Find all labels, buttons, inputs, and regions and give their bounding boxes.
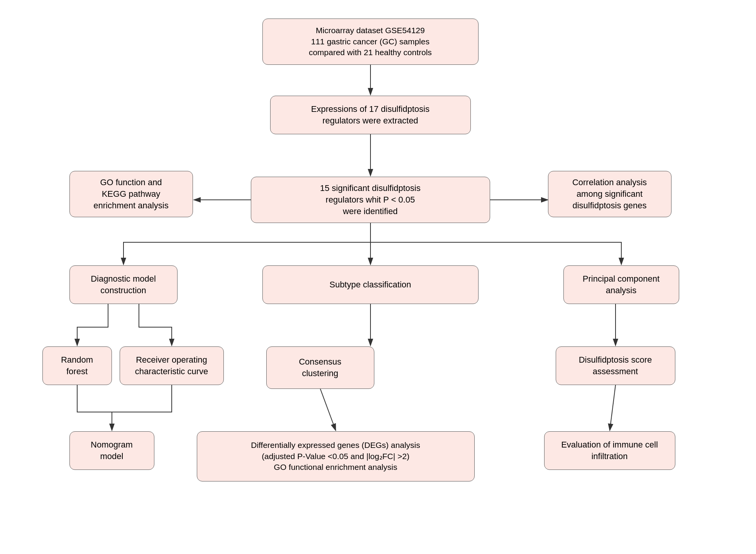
dataset-label: Microarray dataset GSE54129 111 gastric …	[309, 25, 432, 58]
flowchart: Microarray dataset GSE54129 111 gastric …	[31, 11, 726, 543]
roc-box: Receiver operating characteristic curve	[120, 346, 224, 385]
correlation-box: Correlation analysis among significant d…	[548, 171, 671, 217]
random-forest-label: Random forest	[61, 354, 93, 377]
expressions-box: Expressions of 17 disulfidptosis regulat…	[270, 96, 471, 134]
pca-label: Principal component analysis	[583, 273, 660, 296]
significant-label: 15 significant disulfidptosis regulators…	[320, 182, 420, 217]
subtype-label: Subtype classification	[330, 279, 411, 291]
correlation-label: Correlation analysis among significant d…	[572, 177, 647, 211]
nomogram-label: Nomogram model	[91, 439, 133, 462]
consensus-label: Consensus clustering	[299, 356, 341, 379]
expressions-label: Expressions of 17 disulfidptosis regulat…	[311, 103, 430, 126]
consensus-box: Consensus clustering	[266, 346, 374, 389]
subtype-box: Subtype classification	[262, 265, 479, 304]
random-forest-box: Random forest	[42, 346, 112, 385]
svg-line-8	[610, 385, 616, 431]
dataset-box: Microarray dataset GSE54129 111 gastric …	[262, 19, 479, 65]
degs-box: Differentially expressed genes (DEGs) an…	[197, 431, 475, 481]
go-kegg-label: GO function and KEGG pathway enrichment …	[93, 177, 168, 211]
go-kegg-box: GO function and KEGG pathway enrichment …	[69, 171, 193, 217]
svg-line-7	[320, 389, 336, 431]
immune-box: Evaluation of immune cell infiltration	[544, 431, 675, 470]
roc-label: Receiver operating characteristic curve	[135, 354, 208, 377]
pca-box: Principal component analysis	[563, 265, 679, 304]
disulf-score-box: Disulfidptosis score assessment	[556, 346, 675, 385]
degs-label: Differentially expressed genes (DEGs) an…	[251, 440, 420, 473]
disulf-score-label: Disulfidptosis score assessment	[579, 354, 652, 377]
diagnostic-box: Diagnostic model construction	[69, 265, 178, 304]
diagnostic-label: Diagnostic model construction	[91, 273, 156, 296]
nomogram-box: Nomogram model	[69, 431, 154, 470]
significant-box: 15 significant disulfidptosis regulators…	[251, 177, 490, 223]
immune-label: Evaluation of immune cell infiltration	[561, 439, 658, 462]
